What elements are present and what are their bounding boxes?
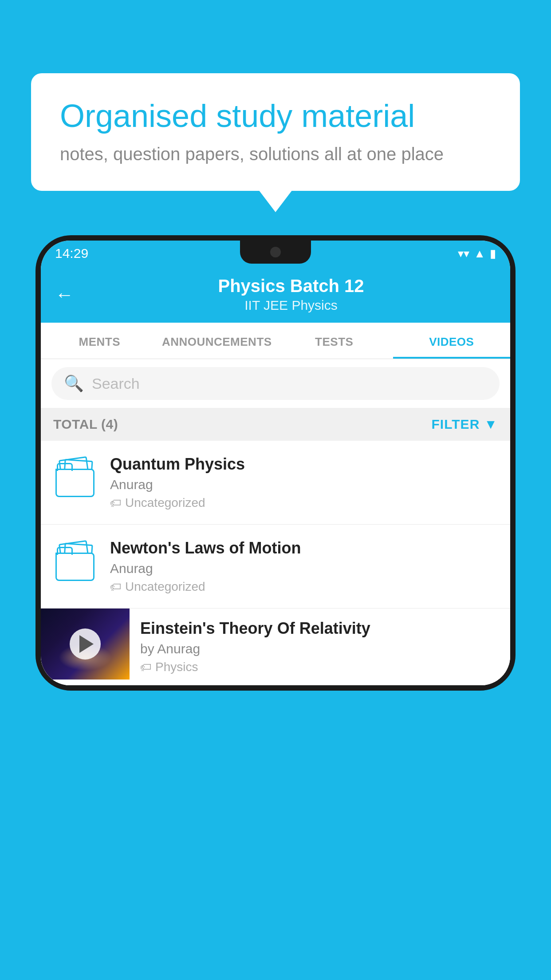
status-time: 14:29 <box>55 246 88 261</box>
signal-icon: ▲ <box>474 247 485 261</box>
phone-notch <box>240 241 311 264</box>
video-info-3: Einstein's Theory Of Relativity by Anura… <box>130 609 510 685</box>
tabs-bar: MENTS ANNOUNCEMENTS TESTS VIDEOS <box>41 323 510 359</box>
tab-ments[interactable]: MENTS <box>41 323 158 359</box>
tag-icon: 🏷 <box>140 660 152 674</box>
video-tag: 🏷 Physics <box>140 660 500 674</box>
video-title: Newton's Laws of Motion <box>110 539 498 557</box>
filter-icon: ▼ <box>484 417 498 432</box>
folder-icon <box>55 541 95 581</box>
video-title: Quantum Physics <box>110 455 498 474</box>
video-author: Anurag <box>110 477 498 492</box>
search-container: 🔍 Search <box>41 359 510 408</box>
play-triangle-icon <box>79 635 94 653</box>
video-author: Anurag <box>110 561 498 576</box>
video-info-2: Newton's Laws of Motion Anurag 🏷 Uncateg… <box>110 539 498 594</box>
search-box[interactable]: 🔍 Search <box>51 367 500 400</box>
tag-label: Physics <box>155 660 198 674</box>
speech-bubble-wrapper: Organised study material notes, question… <box>31 73 520 191</box>
screen-content: 🔍 Search TOTAL (4) FILTER ▼ <box>41 359 510 685</box>
header-subtitle: IIT JEE Physics <box>86 298 496 313</box>
folder-icon <box>55 457 95 497</box>
battery-icon: ▮ <box>490 247 496 261</box>
phone-frame: 14:29 ▾▾ ▲ ▮ ← Physics Batch 12 IIT JEE … <box>35 235 516 691</box>
filter-button[interactable]: FILTER ▼ <box>432 417 498 432</box>
total-count: TOTAL (4) <box>53 417 118 432</box>
video-tag: 🏷 Uncategorized <box>110 496 498 510</box>
speech-bubble: Organised study material notes, question… <box>31 73 520 191</box>
tab-tests[interactable]: TESTS <box>276 323 393 359</box>
video-info-1: Quantum Physics Anurag 🏷 Uncategorized <box>110 455 498 510</box>
folder-main <box>55 469 94 497</box>
filter-bar: TOTAL (4) FILTER ▼ <box>41 408 510 441</box>
filter-label: FILTER <box>432 417 480 432</box>
list-item[interactable]: Einstein's Theory Of Relativity by Anura… <box>41 609 510 685</box>
tag-icon: 🏷 <box>110 580 122 594</box>
video-thumb-1 <box>53 455 98 499</box>
tab-announcements[interactable]: ANNOUNCEMENTS <box>158 323 276 359</box>
header-title: Physics Batch 12 <box>86 276 496 296</box>
video-list: Quantum Physics Anurag 🏷 Uncategorized <box>41 441 510 685</box>
list-item[interactable]: Quantum Physics Anurag 🏷 Uncategorized <box>41 441 510 525</box>
video-title: Einstein's Theory Of Relativity <box>140 619 500 638</box>
phone-camera <box>270 247 281 257</box>
video-author: by Anurag <box>140 641 500 656</box>
search-input[interactable]: Search <box>92 375 140 392</box>
search-icon: 🔍 <box>64 374 84 393</box>
back-button[interactable]: ← <box>55 284 74 305</box>
tab-videos[interactable]: VIDEOS <box>393 323 511 359</box>
status-icons: ▾▾ ▲ ▮ <box>458 247 496 261</box>
play-button[interactable] <box>70 628 101 660</box>
speech-bubble-heading: Organised study material <box>60 98 491 134</box>
folder-main <box>55 553 94 581</box>
phone-inner: 14:29 ▾▾ ▲ ▮ ← Physics Batch 12 IIT JEE … <box>41 241 510 685</box>
video-thumb-2 <box>53 539 98 583</box>
tag-icon: 🏷 <box>110 496 122 510</box>
video-tag: 🏷 Uncategorized <box>110 580 498 594</box>
video-thumbnail <box>41 609 130 680</box>
speech-bubble-subtext: notes, question papers, solutions all at… <box>60 144 491 164</box>
list-item[interactable]: Newton's Laws of Motion Anurag 🏷 Uncateg… <box>41 525 510 609</box>
phone-container: 14:29 ▾▾ ▲ ▮ ← Physics Batch 12 IIT JEE … <box>35 235 516 980</box>
tag-label: Uncategorized <box>125 580 205 594</box>
wifi-icon: ▾▾ <box>458 247 469 261</box>
app-header: ← Physics Batch 12 IIT JEE Physics <box>41 266 510 323</box>
header-title-group: Physics Batch 12 IIT JEE Physics <box>86 276 496 313</box>
tag-label: Uncategorized <box>125 496 205 510</box>
